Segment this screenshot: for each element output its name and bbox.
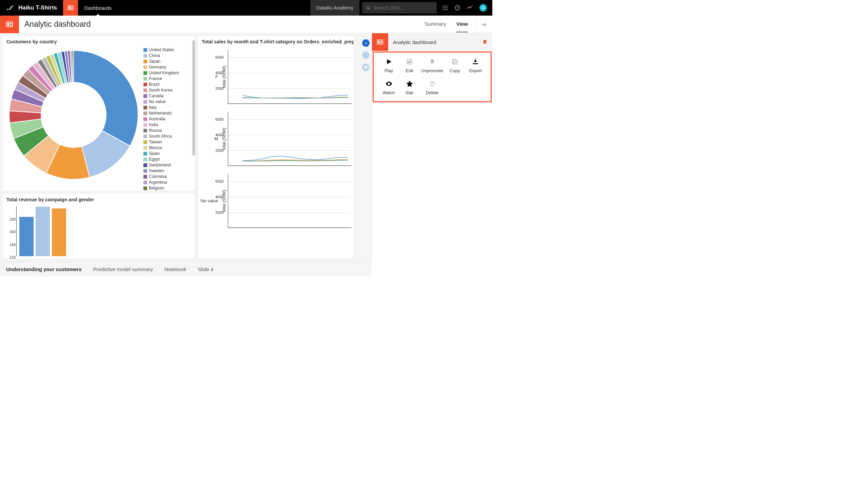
right-panel-actions: Play Edit Unpromote Copy Export Watch St… (373, 52, 492, 102)
svg-rect-17 (6, 22, 13, 27)
slide-tab-1[interactable]: Understanding your customers (6, 266, 82, 272)
legend-item[interactable]: China (143, 53, 179, 59)
legend-item[interactable]: Australia (143, 116, 179, 122)
legend-item[interactable]: Egypt (143, 157, 179, 162)
legend-item[interactable]: South Korea (143, 87, 179, 93)
action-play[interactable]: Play (380, 57, 398, 73)
bar-chart: 120140160180 (2, 204, 195, 256)
user-avatar[interactable]: D (479, 4, 487, 12)
slide-tab-2[interactable]: Predictive model summary (93, 266, 153, 272)
svg-rect-22 (378, 41, 380, 43)
project-name[interactable]: Haiku T-Shirts (18, 4, 57, 11)
bar (19, 217, 34, 256)
tab-view[interactable]: View (456, 16, 468, 33)
legend-item[interactable]: Spain (143, 151, 179, 157)
legend-item[interactable]: Sweden (143, 168, 179, 174)
delete-icon (429, 79, 436, 88)
action-unpromote[interactable]: Unpromote (421, 57, 443, 73)
legend-item[interactable]: Germany (143, 64, 179, 70)
comment-icon[interactable] (362, 64, 370, 71)
search-input[interactable] (373, 5, 433, 11)
legend-item[interactable]: Mexico (143, 145, 179, 151)
legend-item[interactable]: Argentina (143, 180, 179, 185)
page-header: Analytic dashboard Summary View ➔ (0, 16, 492, 33)
svg-rect-0 (68, 6, 73, 10)
tile-customers-by-country[interactable]: Customers by country United StatesChinaJ… (2, 35, 195, 191)
dashboard-type-icon (372, 33, 388, 51)
search-icon (366, 5, 371, 11)
right-panel: Analytic dashboard Play Edit Unpromote C… (372, 33, 492, 262)
legend-item[interactable]: France (143, 76, 179, 82)
legend-item[interactable]: Canada (143, 93, 179, 99)
watch-icon (384, 79, 393, 88)
legend-item[interactable]: No value (143, 99, 179, 105)
top-nav: Haiku T-Shirts Dashboards Dataiku Academ… (0, 0, 492, 16)
tab-summary[interactable]: Summary (425, 16, 446, 33)
unpromote-icon (429, 57, 435, 66)
svg-rect-3 (71, 8, 72, 9)
svg-rect-1 (69, 7, 70, 9)
legend-item[interactable]: United States (143, 47, 179, 53)
bar (52, 208, 66, 256)
add-tile-icon[interactable]: + (362, 39, 370, 47)
line-plot: 200040006000 (228, 112, 352, 166)
action-export[interactable]: Export (467, 57, 485, 73)
legend-item[interactable]: United Kingdom (143, 70, 179, 76)
legend-item[interactable]: Taiwan (143, 139, 179, 145)
svg-rect-21 (377, 40, 383, 44)
slide-tab-4[interactable]: Slide 4 (198, 266, 213, 272)
help-icon[interactable]: ? (454, 5, 460, 11)
line-facet-row: Ftotal (SUM)200040006000 (200, 46, 352, 108)
legend-item[interactable]: Russia (143, 128, 179, 134)
nav-tab-dashboards[interactable]: Dashboards (78, 0, 118, 16)
info-icon[interactable]: i (362, 52, 370, 59)
line-plot: 200040006000 (228, 50, 352, 104)
svg-rect-26 (454, 60, 457, 64)
legend-item[interactable]: Belgium (143, 185, 179, 191)
svg-text:?: ? (456, 6, 458, 9)
academy-link[interactable]: Dataiku Academy (310, 0, 359, 16)
tile-title: Total sales by month and T-shirt categor… (198, 36, 354, 46)
action-watch[interactable]: Watch (380, 79, 398, 95)
panel-collapse-arrow-icon[interactable]: ➔ (475, 16, 492, 33)
svg-point-12 (443, 9, 444, 10)
legend-item[interactable]: Brazil (143, 82, 179, 87)
legend-item[interactable]: India (143, 122, 179, 128)
legend-item[interactable]: South Africa (143, 134, 179, 139)
line-plot: 200040006000 (228, 174, 352, 228)
line-facet-row: No valuetotal (SUM)200040006000 (200, 170, 352, 232)
legend-item[interactable]: Italy (143, 105, 179, 110)
tile-revenue-by-campaign[interactable]: Total revenue by campaign and gender 120… (2, 193, 195, 259)
tile-scrollbar[interactable] (192, 40, 195, 156)
activity-icon[interactable] (467, 5, 473, 11)
action-star[interactable]: Star (400, 79, 418, 95)
legend-item[interactable]: Colombia (143, 174, 179, 180)
tile-sales-by-month[interactable]: Total sales by month and T-shirt categor… (197, 35, 354, 259)
search-box[interactable] (362, 2, 437, 14)
slide-tab-3[interactable]: Notebook (164, 266, 186, 272)
copy-icon (451, 57, 458, 66)
action-copy[interactable]: Copy (446, 57, 464, 73)
legend-item[interactable]: Netherlands (143, 110, 179, 116)
apps-icon[interactable] (442, 5, 448, 11)
action-delete[interactable]: Delete (421, 79, 443, 95)
tile-title: Customers by country (2, 36, 195, 46)
svg-point-13 (445, 9, 446, 10)
svg-rect-24 (380, 42, 382, 43)
legend-item[interactable]: Japan (143, 59, 179, 64)
bookmark-icon[interactable] (482, 39, 488, 45)
svg-point-11 (447, 7, 448, 8)
nav-dashboard-icon[interactable] (63, 0, 78, 16)
bar (36, 207, 50, 256)
svg-line-5 (369, 8, 370, 9)
svg-point-14 (447, 9, 448, 10)
svg-rect-19 (10, 23, 12, 24)
svg-rect-18 (7, 23, 9, 26)
dashboard-type-icon (0, 16, 19, 33)
y-axis-label: total (SUM) (220, 66, 228, 88)
legend-item[interactable]: Switzerland (143, 162, 179, 168)
svg-point-9 (443, 7, 444, 8)
svg-point-10 (445, 7, 446, 8)
action-edit[interactable]: Edit (400, 57, 418, 73)
svg-point-6 (443, 5, 444, 6)
